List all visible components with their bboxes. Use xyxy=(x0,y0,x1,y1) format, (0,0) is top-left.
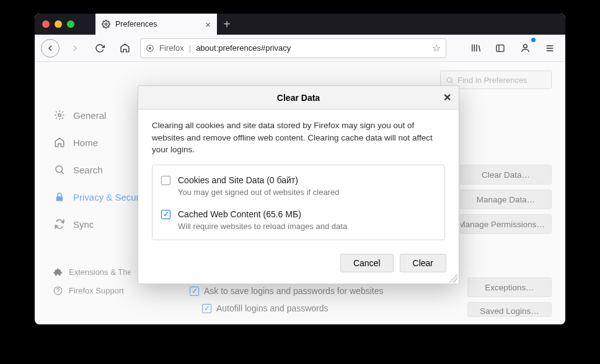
titlebar: Preferences × + xyxy=(35,14,565,35)
maximize-window-button[interactable] xyxy=(67,20,74,28)
gear-icon xyxy=(102,20,110,28)
dialog-close-button[interactable]: ✕ xyxy=(443,92,451,103)
checkbox-icon[interactable] xyxy=(161,176,170,185)
url-bar[interactable]: Firefox | about:preferences#privacy ☆ xyxy=(140,38,446,58)
window-controls xyxy=(35,20,95,28)
url-sep: | xyxy=(189,43,191,53)
svg-point-0 xyxy=(105,23,107,25)
minimize-window-button[interactable] xyxy=(55,20,62,28)
option-sublabel: Will require websites to reload images a… xyxy=(178,222,347,231)
resize-handle[interactable] xyxy=(449,274,457,282)
dialog-options: Cookies and Site Data (0 байт) You may g… xyxy=(152,165,445,240)
tab-preferences[interactable]: Preferences × xyxy=(95,14,217,35)
home-button[interactable] xyxy=(115,39,134,58)
tab-title: Preferences xyxy=(115,20,157,28)
option-cache[interactable]: Cached Web Content (65.6 МБ) Will requir… xyxy=(161,204,436,235)
bookmark-star-icon[interactable]: ☆ xyxy=(432,42,441,54)
dialog-actions: Cancel Clear xyxy=(138,251,459,284)
dialog-description: Clearing all cookies and site data store… xyxy=(152,119,445,156)
forward-button[interactable] xyxy=(66,39,84,58)
new-tab-button[interactable]: + xyxy=(217,14,237,35)
option-label: Cookies and Site Data (0 байт) xyxy=(178,175,339,185)
browser-window: Preferences × + Firefox | about:preferen… xyxy=(35,14,565,324)
reload-button[interactable] xyxy=(90,39,109,58)
svg-point-4 xyxy=(523,45,527,48)
svg-rect-3 xyxy=(496,45,504,51)
toolbar: Firefox | about:preferences#privacy ☆ xyxy=(35,35,565,62)
library-button[interactable] xyxy=(466,39,485,58)
checkbox-icon[interactable] xyxy=(161,210,170,219)
clear-data-dialog: Clear Data ✕ Clearing all cookies and si… xyxy=(138,85,459,284)
cancel-button[interactable]: Cancel xyxy=(340,254,394,272)
back-button[interactable] xyxy=(41,39,60,58)
svg-point-2 xyxy=(149,46,151,49)
dialog-title: Clear Data xyxy=(277,93,320,103)
option-label: Cached Web Content (65.6 МБ) xyxy=(178,209,347,219)
app-menu-button[interactable] xyxy=(540,39,559,58)
option-sublabel: You may get signed out of websites if cl… xyxy=(178,188,339,197)
account-button[interactable] xyxy=(516,39,534,58)
dialog-body: Clearing all cookies and site data store… xyxy=(138,110,459,251)
clear-button[interactable]: Clear xyxy=(400,254,446,272)
sidebar-toggle-button[interactable] xyxy=(491,39,510,58)
firefox-icon xyxy=(146,44,154,53)
tab-close-button[interactable]: × xyxy=(205,19,211,30)
content-area: Find in Preferences General Home Search … xyxy=(35,62,565,324)
url-label: Firefox xyxy=(159,43,184,53)
close-window-button[interactable] xyxy=(42,20,50,28)
url-address: about:preferences#privacy xyxy=(196,43,291,53)
dialog-titlebar: Clear Data ✕ xyxy=(138,86,459,110)
option-cookies[interactable]: Cookies and Site Data (0 байт) You may g… xyxy=(161,170,436,204)
